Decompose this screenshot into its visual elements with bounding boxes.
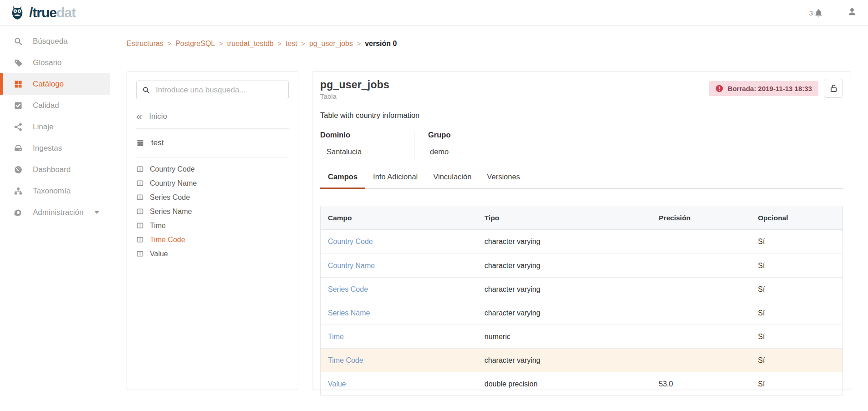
sidebar-item-busqueda[interactable]: Búsqueda bbox=[0, 30, 110, 52]
explorer-back-home[interactable]: « Inicio bbox=[136, 105, 289, 128]
field-link[interactable]: Country Name bbox=[328, 262, 375, 269]
sidebar-label: Catálogo bbox=[33, 80, 64, 89]
explorer-back-label: Inicio bbox=[149, 112, 167, 121]
field-type: character varying bbox=[477, 356, 652, 365]
field-type: character varying bbox=[477, 285, 652, 294]
truedat-logo[interactable]: /truedat bbox=[0, 3, 76, 23]
table-row: Country Name character varying Sí bbox=[321, 254, 842, 277]
field-link[interactable]: Country Code bbox=[328, 238, 373, 245]
explorer-field-country-code[interactable]: Country Code bbox=[136, 164, 289, 174]
explorer-field-series-name[interactable]: Series Name bbox=[136, 206, 289, 217]
top-navbar: /truedat 3 bbox=[0, 0, 868, 26]
tab-info-adicional[interactable]: Info Adicional bbox=[365, 170, 425, 189]
breadcrumb-current-version: versión 0 bbox=[365, 40, 397, 48]
explorer-schema-label: test bbox=[151, 138, 163, 147]
tab-vinculacion[interactable]: Vinculación bbox=[425, 170, 479, 189]
gear-icon bbox=[14, 208, 23, 217]
table-column-icon bbox=[136, 179, 144, 187]
breadcrumb-separator: > bbox=[301, 40, 305, 47]
share-icon bbox=[14, 122, 23, 132]
fields-table: Campo Tipo Precisión Opcional Country Co… bbox=[320, 206, 843, 396]
explorer-field-country-name[interactable]: Country Name bbox=[136, 178, 289, 188]
breadcrumb-separator: > bbox=[278, 40, 281, 47]
breadcrumb-link-test[interactable]: test bbox=[286, 40, 297, 48]
field-label: Value bbox=[150, 250, 168, 258]
sidebar-label: Dashboard bbox=[33, 165, 71, 174]
unlock-icon bbox=[828, 83, 838, 93]
field-label: Country Code bbox=[150, 165, 195, 173]
field-link[interactable]: Value bbox=[328, 380, 346, 388]
explorer-search-input[interactable] bbox=[156, 86, 283, 95]
field-label: Country Name bbox=[150, 179, 197, 188]
content-area: Estructuras > PostgreSQL > truedat_testd… bbox=[110, 26, 868, 411]
chevron-down-icon bbox=[94, 210, 100, 214]
field-link[interactable]: Series Name bbox=[328, 309, 370, 317]
field-label: Series Name bbox=[150, 208, 192, 216]
breadcrumb-link-postgresql[interactable]: PostgreSQL bbox=[175, 40, 215, 48]
sidebar-label: Glosario bbox=[33, 58, 61, 67]
sidebar-item-calidad[interactable]: Calidad bbox=[0, 95, 110, 116]
grid-icon bbox=[14, 80, 23, 89]
col-header-campo: Campo bbox=[321, 214, 477, 222]
sidebar-label: Ingestas bbox=[33, 144, 62, 153]
field-link[interactable]: Time Code bbox=[328, 356, 363, 364]
sidebar-item-linaje[interactable]: Linaje bbox=[0, 116, 110, 137]
tag-icon bbox=[14, 58, 23, 67]
explorer-schema-test[interactable]: test bbox=[136, 129, 289, 157]
notification-count: 3 bbox=[809, 9, 813, 17]
table-column-icon bbox=[136, 250, 144, 258]
exclamation-circle-icon bbox=[715, 85, 723, 92]
sidebar-label: Taxonomía bbox=[33, 187, 71, 196]
field-link[interactable]: Time bbox=[328, 333, 344, 340]
field-optional: Sí bbox=[751, 238, 842, 246]
breadcrumb-link-estructuras[interactable]: Estructuras bbox=[127, 40, 163, 48]
field-optional: Sí bbox=[751, 333, 842, 341]
sitemap-icon bbox=[14, 187, 23, 196]
structure-type: Tabla bbox=[320, 92, 389, 100]
domain-value: Santalucia bbox=[320, 147, 414, 156]
sidebar-item-glosario[interactable]: Glosario bbox=[0, 52, 110, 73]
deleted-badge: Borrada: 2019-11-13 18:33 bbox=[709, 81, 818, 96]
structure-detail-card: pg_user_jobs Tabla Borrada: 2019-11-13 1… bbox=[312, 71, 851, 390]
drive-icon bbox=[14, 144, 23, 153]
tab-versiones[interactable]: Versiones bbox=[479, 170, 527, 189]
deleted-badge-text: Borrada: 2019-11-13 18:33 bbox=[728, 85, 812, 92]
search-icon bbox=[14, 37, 23, 46]
user-menu-button[interactable] bbox=[847, 7, 857, 19]
sidebar-item-taxonomia[interactable]: Taxonomía bbox=[0, 180, 110, 202]
owl-logo-icon bbox=[7, 3, 27, 23]
table-column-icon bbox=[136, 236, 144, 244]
lock-toggle-button[interactable] bbox=[824, 79, 843, 98]
breadcrumb-link-truedat-testdb[interactable]: truedat_testdb bbox=[227, 40, 273, 48]
structure-description: Table with country information bbox=[320, 111, 843, 120]
table-column-icon bbox=[136, 165, 144, 173]
table-row: Value double precision 53.0 Sí bbox=[321, 372, 842, 396]
breadcrumb-separator: > bbox=[168, 40, 171, 47]
sidebar-item-dashboard[interactable]: Dashboard bbox=[0, 159, 110, 180]
field-type: character varying bbox=[477, 262, 652, 270]
explorer-field-value[interactable]: Value bbox=[136, 249, 289, 259]
field-link[interactable]: Series Code bbox=[328, 285, 368, 293]
col-header-opcional: Opcional bbox=[751, 214, 842, 222]
sidebar-item-catalogo[interactable]: Catálogo bbox=[0, 73, 110, 95]
notifications-button[interactable]: 3 bbox=[809, 8, 823, 18]
explorer-field-series-code[interactable]: Series Code bbox=[136, 192, 289, 203]
breadcrumb-link-pg-user-jobs[interactable]: pg_user_jobs bbox=[309, 40, 353, 48]
structure-tabs: Campos Info Adicional Vinculación Versio… bbox=[320, 170, 843, 189]
breadcrumb-separator: > bbox=[357, 40, 361, 47]
explorer-field-time-code[interactable]: Time Code bbox=[136, 234, 289, 245]
sidebar-label: Administración bbox=[33, 208, 84, 217]
table-row: Time numeric Sí bbox=[321, 325, 842, 348]
sidebar-item-ingestas[interactable]: Ingestas bbox=[0, 137, 110, 159]
col-header-precision: Precisión bbox=[652, 214, 751, 222]
structure-explorer-panel: « Inicio test Country Code Country Name … bbox=[127, 71, 298, 390]
tab-campos[interactable]: Campos bbox=[320, 170, 365, 189]
breadcrumb: Estructuras > PostgreSQL > truedat_testd… bbox=[110, 26, 868, 48]
sidebar-item-administracion[interactable]: Administración bbox=[0, 202, 110, 223]
explorer-field-time[interactable]: Time bbox=[136, 220, 289, 231]
table-column-icon bbox=[136, 193, 144, 201]
field-label: Series Code bbox=[150, 193, 190, 202]
table-row: Series Code character varying Sí bbox=[321, 277, 842, 301]
table-row: Country Code character varying Sí bbox=[321, 230, 842, 254]
logo-wordmark: /truedat bbox=[29, 6, 76, 20]
